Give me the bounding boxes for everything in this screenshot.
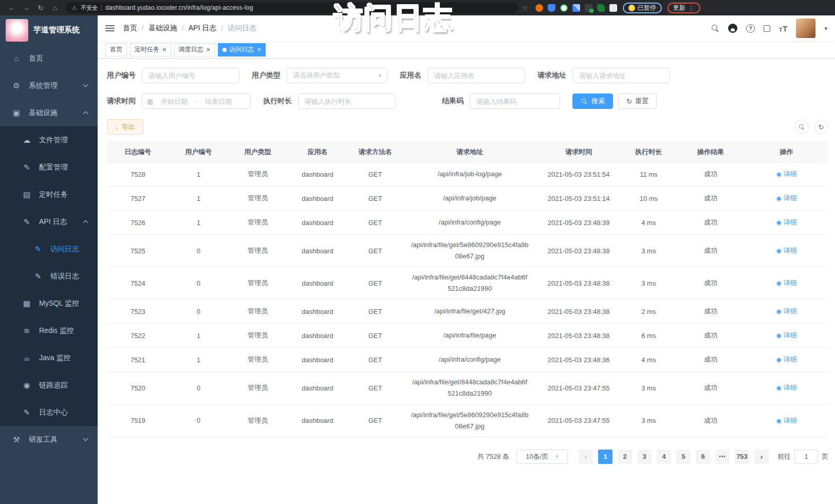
user-type-select[interactable]: 请选择用户类型 ▾ [287, 68, 387, 83]
cell-url: /api/infra/job-log/page [403, 169, 537, 180]
page-button-753[interactable]: 753 [735, 450, 749, 464]
sidebar-item-home[interactable]: ⌂首页 [0, 45, 98, 72]
result-code-input[interactable] [470, 94, 560, 109]
tab-job-log[interactable]: 调度日志× [174, 43, 215, 57]
sidebar-item-log-center[interactable]: ✎日志中心 [0, 399, 98, 426]
end-date-input[interactable] [200, 98, 237, 105]
next-page-button[interactable]: › [754, 450, 769, 464]
detail-link[interactable]: ◉详细 [776, 307, 796, 316]
ext-green-icon[interactable] [560, 4, 568, 12]
ext-leaf-icon[interactable] [597, 4, 605, 12]
detail-link[interactable]: ◉详细 [776, 278, 796, 288]
breadcrumb-api-log[interactable]: API 日志 [189, 24, 216, 33]
paused-badge[interactable]: 已暂停 [623, 3, 662, 13]
search-icon[interactable] [712, 25, 719, 32]
goto-page-input[interactable] [794, 450, 818, 464]
app-logo[interactable]: 芋道管理系统 [0, 15, 98, 45]
pages-ellipsis[interactable]: ••• [715, 450, 730, 464]
sidebar-item-api-error-log[interactable]: ✎错误日志 [0, 263, 98, 290]
export-button[interactable]: ↓ 导出 [107, 119, 143, 135]
help-icon[interactable]: ? [746, 24, 755, 33]
start-date-input[interactable] [156, 98, 193, 105]
close-icon[interactable]: × [257, 46, 261, 53]
detail-link[interactable]: ◉详细 [776, 170, 796, 179]
sidebar-item-file-management[interactable]: ☁文件管理 [0, 126, 98, 154]
detail-link[interactable]: ◉详细 [776, 331, 796, 340]
fullscreen-icon[interactable] [764, 25, 770, 32]
sidebar-item-infrastructure[interactable]: ▣基础设施 [0, 99, 98, 126]
page-size-select[interactable]: 10条/页 ▾ [516, 450, 568, 464]
breadcrumb-current: 访问日志 [228, 24, 256, 33]
github-icon[interactable] [728, 24, 737, 33]
update-button[interactable]: 更新 ⋮ [667, 3, 700, 13]
search-button[interactable]: 搜索 [572, 94, 613, 109]
detail-link[interactable]: ◉详细 [776, 218, 796, 227]
sidebar-item-system[interactable]: ⚙系统管理 [0, 72, 98, 99]
hamburger-icon[interactable] [105, 25, 115, 31]
user-type-label: 用户类型 [252, 71, 281, 80]
extensions-puzzle-icon[interactable] [609, 4, 617, 12]
request-url-input[interactable] [572, 68, 670, 83]
tab-scheduled-jobs[interactable]: 定时任务× [130, 43, 171, 57]
browser-home-icon[interactable]: ⌂ [48, 2, 62, 14]
sidebar-item-config-management[interactable]: ✎配置管理 [0, 154, 98, 181]
sidebar-item-scheduled-jobs[interactable]: ▤定时任务 [0, 181, 98, 208]
close-icon[interactable]: × [207, 46, 211, 53]
detail-link[interactable]: ◉详细 [776, 246, 796, 255]
prev-page-button[interactable]: ‹ [579, 450, 593, 464]
app-title: 芋道管理系统 [33, 25, 80, 35]
cell-id: 7525 [107, 247, 169, 255]
ext-orange-icon[interactable] [535, 4, 543, 12]
reset-button[interactable]: ↻ 重置 [618, 94, 657, 109]
browser-reload-icon[interactable]: ↻ [34, 2, 47, 14]
app-name-input[interactable] [428, 68, 525, 83]
close-icon[interactable]: × [162, 46, 166, 53]
sidebar-item-dev-tools[interactable]: ⚒研发工具 [0, 426, 98, 453]
breadcrumb-infrastructure[interactable]: 基础设施 [149, 24, 177, 33]
detail-link[interactable]: ◉详细 [776, 383, 796, 393]
cell-user-type: 管理员 [228, 383, 287, 393]
sidebar-item-api-access-log[interactable]: ✎访问日志 [0, 235, 98, 263]
breadcrumb-home[interactable]: 首页 [123, 24, 137, 33]
tab-api-access-log[interactable]: 访问日志× [218, 43, 266, 57]
sidebar-item-trace[interactable]: ◉链路追踪 [0, 371, 98, 399]
ext-shield-icon[interactable] [548, 4, 555, 12]
table-row: 75190管理员dashboardGET/api/infra/file/get/… [107, 405, 828, 437]
security-label[interactable]: 不安全 [81, 4, 98, 12]
tab-home[interactable]: 首页 [105, 43, 127, 57]
sidebar-item-java-monitor[interactable]: ☕Java 监控 [0, 344, 98, 371]
ext-grid-icon[interactable] [572, 4, 580, 12]
ext-translate-icon[interactable] [585, 4, 592, 12]
log-center-icon: ✎ [21, 408, 33, 417]
page-button-2[interactable]: 2 [618, 450, 632, 464]
detail-link[interactable]: ◉详细 [776, 194, 796, 203]
page-button-3[interactable]: 3 [637, 450, 652, 464]
page-url[interactable]: dashboard.yudao.iocoder.cn/infra/log/api… [105, 4, 253, 11]
font-size-icon[interactable]: TT [779, 24, 787, 33]
duration-input[interactable] [298, 94, 396, 109]
sidebar-item-mysql-monitor[interactable]: ▦MySQL 监控 [0, 290, 98, 317]
refresh-button[interactable]: ↻ [814, 120, 828, 134]
page-button-6[interactable]: 6 [696, 450, 710, 464]
browser-menu-icon[interactable]: ⋮ [688, 4, 695, 12]
browser-forward-icon[interactable]: → [20, 2, 33, 14]
toggle-search-button[interactable] [794, 120, 809, 134]
extensions-row [535, 4, 617, 12]
avatar-caret-icon[interactable]: ▾ [824, 25, 827, 32]
sidebar-item-api-log[interactable]: ✎API 日志 [0, 208, 98, 235]
request-time-range-picker[interactable]: ▦ - [142, 94, 251, 109]
sidebar-item-redis-monitor[interactable]: ≋Redis 监控 [0, 317, 98, 344]
page-button-5[interactable]: 5 [676, 450, 691, 464]
sidebar-item-label: 日志中心 [39, 408, 68, 417]
cell-id: 7527 [107, 195, 169, 202]
table-row: 75230管理员dashboardGET/api/infra/file/get/… [107, 300, 828, 324]
detail-link[interactable]: ◉详细 [776, 416, 796, 425]
page-button-1[interactable]: 1 [598, 450, 613, 464]
page-button-4[interactable]: 4 [657, 450, 671, 464]
user-avatar[interactable] [796, 18, 815, 38]
detail-link[interactable]: ◉详细 [776, 355, 796, 364]
browser-back-icon[interactable]: ← [5, 2, 18, 14]
list-icon: ▤ [21, 190, 33, 199]
user-id-input[interactable] [142, 68, 239, 83]
bookmark-star-icon[interactable]: ☆ [522, 4, 528, 12]
